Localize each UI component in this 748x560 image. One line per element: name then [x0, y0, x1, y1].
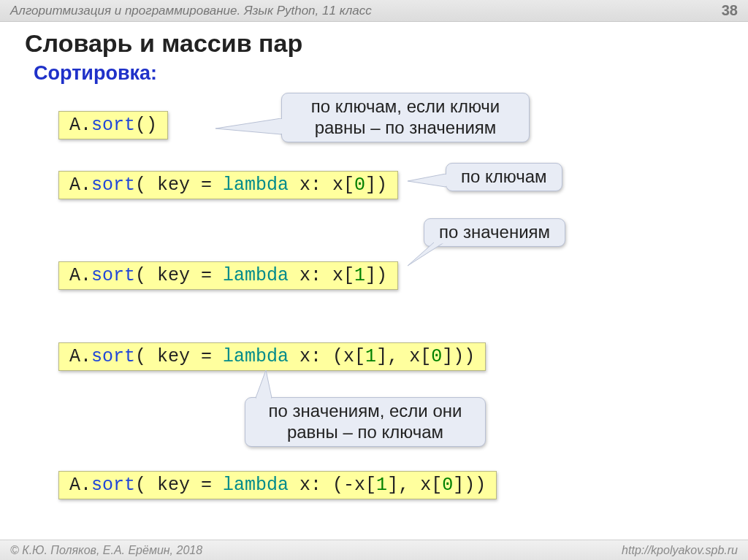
- page-number: 38: [722, 2, 738, 19]
- slide-title: Словарь и массив пар: [0, 22, 748, 59]
- code-block-1: A.sort(): [58, 111, 168, 139]
- code-block-4: A.sort( key = lambda x: (x[1], x[0])): [58, 342, 486, 371]
- course-title: Алгоритмизация и программирование. Язык …: [10, 4, 372, 18]
- svg-marker-4: [408, 242, 444, 266]
- svg-marker-2: [408, 174, 446, 187]
- slide-footer: © К.Ю. Поляков, Е.А. Ерёмин, 2018 http:/…: [0, 540, 748, 560]
- slide-header: Алгоритмизация и программирование. Язык …: [0, 0, 748, 22]
- code-block-2: A.sort( key = lambda x: x[0]): [58, 171, 398, 199]
- callout-tail-icon: [408, 174, 447, 190]
- callout-line: по значениям, если они: [260, 401, 470, 422]
- svg-marker-0: [215, 118, 281, 134]
- callout-line: равны – по ключам: [260, 422, 470, 443]
- slide-content: A.sort() по ключам, если ключи равны – п…: [0, 89, 748, 556]
- callout-tail-icon: [408, 242, 449, 267]
- copyright-text: © К.Ю. Поляков, Е.А. Ерёмин, 2018: [10, 544, 202, 557]
- callout-line: по ключам, если ключи: [297, 96, 514, 118]
- callout-line: равны – по значениям: [297, 118, 514, 139]
- code-block-5: A.sort( key = lambda x: (-x[1], x[0])): [58, 471, 497, 499]
- svg-marker-6: [256, 370, 272, 398]
- callout-line: по значениям: [439, 222, 550, 242]
- callout-tail-icon: [215, 118, 283, 147]
- footer-url: http://kpolyakov.spb.ru: [622, 544, 738, 557]
- callout-by-keys: по ключам: [446, 163, 562, 191]
- code-block-3: A.sort( key = lambda x: x[1]): [58, 261, 398, 290]
- callout-tail-icon: [256, 370, 291, 399]
- callout-values-keys: по значениям, если они равны – по ключам: [245, 397, 486, 447]
- callout-line: по ключам: [461, 166, 547, 186]
- section-subtitle: Сортировка:: [0, 59, 748, 89]
- callout-keys-values: по ключам, если ключи равны – по значени…: [281, 93, 530, 142]
